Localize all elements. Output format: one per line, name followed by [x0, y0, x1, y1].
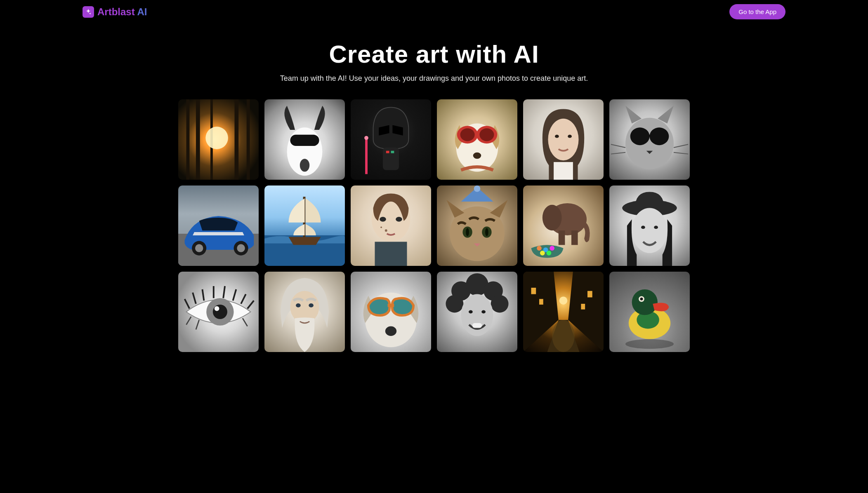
artwork-icon: [437, 272, 517, 352]
svg-point-68: [296, 303, 301, 308]
svg-rect-84: [587, 291, 592, 298]
artwork-icon: [351, 185, 431, 266]
artwork-icon: [609, 185, 690, 266]
svg-line-30: [674, 144, 688, 148]
page-subtitle: Team up with the AI! Use your ideas, you…: [8, 74, 860, 83]
svg-point-36: [237, 244, 245, 252]
svg-point-17: [460, 128, 475, 141]
brand-logo[interactable]: Artblast AI: [83, 6, 147, 18]
svg-rect-23: [554, 162, 573, 180]
svg-rect-12: [365, 138, 368, 174]
svg-point-62: [641, 226, 645, 229]
svg-rect-1: [196, 99, 200, 180]
svg-point-22: [568, 135, 572, 138]
gallery-tile-darth-vader-chibi[interactable]: [351, 99, 431, 180]
svg-point-21: [555, 135, 559, 138]
svg-point-59: [547, 251, 552, 256]
gallery-tile-goat-sunglasses-bw[interactable]: [264, 99, 345, 180]
svg-point-50: [485, 228, 488, 236]
svg-point-24: [625, 118, 674, 169]
svg-point-87: [552, 320, 575, 352]
svg-point-8: [300, 159, 309, 171]
svg-point-66: [215, 306, 219, 311]
svg-line-29: [611, 153, 625, 154]
brand-name: Artblast AI: [97, 6, 147, 18]
svg-point-69: [309, 303, 314, 308]
sparkle-icon: [83, 6, 94, 18]
gallery-tile-colorful-rubber-duck[interactable]: [609, 272, 690, 352]
gallery-tile-girl-watercolor-portrait[interactable]: [351, 185, 431, 266]
artwork-icon: [523, 99, 604, 180]
artwork-icon: [178, 272, 259, 352]
svg-rect-27: [648, 135, 651, 137]
svg-rect-53: [559, 230, 565, 245]
gallery-tile-eye-closeup-bw[interactable]: [178, 272, 259, 352]
page-title: Create art with AI: [8, 40, 860, 68]
svg-line-28: [611, 144, 625, 148]
svg-point-43: [380, 226, 382, 228]
brand-name-part1: Artblast: [97, 6, 137, 17]
artwork-icon: [178, 185, 259, 266]
artwork-icon: [264, 185, 345, 266]
gallery-tile-sailing-ship-sea[interactable]: [264, 185, 345, 266]
svg-point-76: [446, 295, 463, 313]
artwork-icon: [523, 185, 604, 266]
gallery-tile-blue-sports-car[interactable]: [178, 185, 259, 266]
svg-point-25: [630, 127, 650, 145]
gallery-tile-woman-curly-hair-bw[interactable]: [437, 272, 517, 352]
svg-rect-83: [539, 299, 543, 305]
svg-point-13: [364, 136, 368, 140]
svg-point-86: [559, 296, 568, 305]
svg-rect-44: [375, 242, 407, 266]
svg-point-5: [205, 127, 228, 149]
svg-rect-85: [581, 304, 585, 310]
svg-rect-82: [531, 288, 536, 294]
svg-point-61: [632, 208, 668, 253]
gallery-tile-cat-sunglasses-bw[interactable]: [609, 99, 690, 180]
svg-rect-10: [386, 151, 389, 153]
svg-point-79: [469, 310, 473, 314]
svg-point-52: [542, 205, 562, 230]
artwork-icon: [437, 185, 517, 266]
artwork-icon: [178, 99, 259, 180]
gallery-tile-woman-portrait[interactable]: [523, 99, 604, 180]
go-to-app-button[interactable]: Go to the App: [729, 4, 785, 19]
svg-point-63: [654, 226, 658, 229]
svg-point-41: [396, 217, 402, 222]
artwork-icon: [609, 99, 690, 180]
svg-point-34: [195, 244, 203, 252]
svg-point-20: [548, 119, 578, 160]
svg-rect-81: [472, 323, 482, 328]
svg-rect-4: [247, 99, 250, 180]
svg-point-55: [537, 246, 542, 251]
svg-point-57: [550, 246, 554, 251]
svg-point-42: [385, 229, 387, 232]
hero-section: Create art with AI Team up with the AI! …: [0, 23, 868, 95]
gallery-tile-elephant-figurine-candy[interactable]: [523, 185, 604, 266]
svg-rect-71: [388, 304, 394, 307]
svg-point-80: [481, 310, 486, 314]
svg-point-58: [540, 251, 545, 256]
svg-rect-3: [235, 99, 239, 180]
gallery-tile-old-town-street-night[interactable]: [523, 272, 604, 352]
svg-rect-11: [391, 151, 394, 153]
svg-point-18: [479, 128, 494, 141]
svg-point-19: [473, 153, 481, 159]
artwork-icon: [523, 272, 604, 352]
svg-point-40: [380, 217, 386, 222]
artwork-icon: [351, 272, 431, 352]
brand-name-part2: AI: [137, 6, 147, 17]
gallery-tile-forest-sunlight[interactable]: [178, 99, 259, 180]
gallery-tile-wizard-old-man[interactable]: [264, 272, 345, 352]
gallery-tile-tabby-cat-party-hat[interactable]: [437, 185, 517, 266]
svg-rect-7: [290, 135, 319, 146]
svg-point-72: [385, 326, 396, 336]
svg-point-46: [474, 185, 481, 192]
svg-point-93: [625, 339, 674, 349]
gallery-tile-woman-fedora-bw[interactable]: [609, 185, 690, 266]
gallery-tile-dog-orange-sunglasses[interactable]: [351, 272, 431, 352]
svg-point-90: [632, 289, 658, 315]
svg-point-92: [640, 298, 643, 300]
gallery-tile-dog-red-sunglasses[interactable]: [437, 99, 517, 180]
artwork-icon: [609, 272, 690, 352]
